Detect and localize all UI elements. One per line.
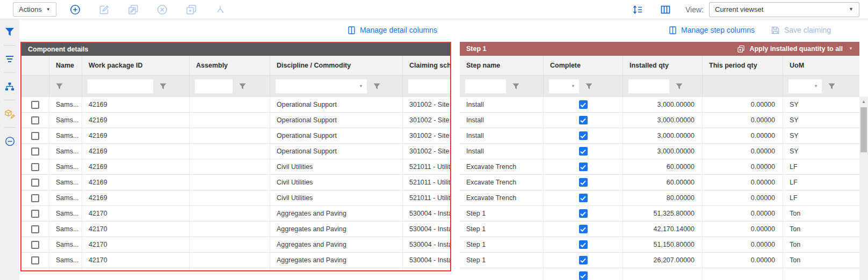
- component-table-row[interactable]: Sams...42169Civil Utilities521011 - Util…: [21, 159, 450, 175]
- row-select-checkbox[interactable]: [31, 163, 39, 171]
- column-header-installed-qty[interactable]: Installed qty: [623, 56, 703, 75]
- component-table-row[interactable]: Sams...42170Aggregates and Paving530004 …: [21, 222, 450, 237]
- scroll-up-icon[interactable]: ▲: [859, 98, 868, 105]
- row-select-checkbox[interactable]: [31, 241, 39, 249]
- actions-button[interactable]: Actions ▼: [13, 2, 56, 17]
- column-header-name[interactable]: Name: [49, 56, 82, 75]
- step-name-filter-button[interactable]: [511, 82, 520, 91]
- row-select-checkbox[interactable]: [31, 256, 39, 264]
- apply-installed-quantity-button[interactable]: Apply installed quantity to all ▼: [737, 45, 853, 53]
- edit-icon[interactable]: [98, 4, 110, 16]
- step-table-row[interactable]: Install3,000.000000.00000SY: [460, 97, 859, 113]
- component-table-row[interactable]: Sams...42169Civil Utilities521011 - Util…: [21, 175, 450, 190]
- row-select-checkbox[interactable]: [31, 116, 39, 124]
- component-table-row[interactable]: Sams...42170Aggregates and Paving530004 …: [21, 253, 450, 268]
- discipline-filter-button[interactable]: [372, 82, 381, 91]
- discipline-filter-select[interactable]: ▼: [276, 79, 367, 93]
- complete-checkbox[interactable]: [579, 131, 588, 140]
- row-select-checkbox[interactable]: [31, 148, 39, 156]
- filter-icon[interactable]: [4, 26, 16, 38]
- remove-circle-icon[interactable]: [4, 135, 16, 147]
- uom-cell: LF: [783, 175, 859, 190]
- uom-filter-select[interactable]: ▼: [789, 79, 822, 93]
- step-table-row[interactable]: Step 151,325.800000.00000Ton: [460, 206, 859, 222]
- work-package-id-cell: 42169: [82, 144, 190, 159]
- complete-cell: [544, 206, 623, 221]
- grid-columns-icon[interactable]: [660, 4, 671, 16]
- work-package-id-filter-input[interactable]: [88, 79, 153, 93]
- column-header-assembly[interactable]: Assembly: [190, 56, 270, 75]
- component-table-row[interactable]: Sams...42169Operational Support301002 - …: [21, 113, 450, 128]
- complete-checkbox[interactable]: [579, 163, 588, 171]
- row-height-icon[interactable]: [632, 4, 643, 16]
- hierarchy-icon[interactable]: [4, 80, 16, 92]
- row-select-checkbox[interactable]: [31, 179, 39, 187]
- column-header-discipline[interactable]: Discipline / Commodity: [270, 56, 403, 75]
- uom-filter-button[interactable]: [827, 82, 836, 91]
- name-filter-button[interactable]: [55, 82, 63, 91]
- this-period-qty-cell: 0.00000: [703, 97, 783, 112]
- complete-checkbox[interactable]: [579, 194, 588, 202]
- column-header-work-package-id[interactable]: Work package ID: [82, 56, 190, 75]
- row-select-checkbox[interactable]: [31, 132, 39, 140]
- component-table-row[interactable]: Sams...42170Aggregates and Paving530004 …: [21, 237, 450, 253]
- complete-checkbox[interactable]: [579, 271, 588, 280]
- branch-icon[interactable]: [214, 4, 226, 16]
- this-period-qty-cell: 0.00000: [703, 113, 783, 128]
- component-table-row[interactable]: Sams...42169Operational Support301002 - …: [21, 144, 450, 159]
- column-header-claiming-scheme[interactable]: Claiming scheme: [403, 56, 450, 75]
- complete-checkbox[interactable]: [579, 178, 588, 187]
- component-table-row[interactable]: Sams...42169Operational Support301002 - …: [21, 128, 450, 144]
- column-header-complete[interactable]: Complete: [544, 56, 623, 75]
- complete-filter-button[interactable]: [584, 82, 593, 91]
- save-claiming-button[interactable]: Save claiming: [771, 19, 831, 41]
- assembly-filter-button[interactable]: [238, 82, 247, 91]
- assembly-filter-input[interactable]: [195, 79, 233, 93]
- complete-checkbox[interactable]: [579, 256, 588, 264]
- complete-checkbox[interactable]: [579, 225, 588, 233]
- step-table-row[interactable]: Excavate Trench60.000000.00000LF: [460, 175, 859, 190]
- complete-checkbox[interactable]: [579, 100, 588, 109]
- component-table-row[interactable]: Sams...42169Civil Utilities521011 - Util…: [21, 190, 450, 206]
- viewset-select[interactable]: Current viewset ▼: [709, 2, 859, 17]
- column-header-this-period-qty[interactable]: This period qty: [703, 56, 783, 75]
- claiming-scheme-filter-input[interactable]: [408, 79, 450, 93]
- step-table-row[interactable]: Step 151,150.800000.00000Ton: [460, 237, 859, 253]
- row-select-checkbox[interactable]: [31, 225, 39, 233]
- step-name-filter-input[interactable]: [465, 79, 506, 93]
- viewset-value: Current viewset: [715, 5, 763, 13]
- component-table-row[interactable]: Sams...42169Operational Support301002 - …: [21, 97, 450, 113]
- complete-checkbox[interactable]: [579, 147, 588, 156]
- manage-step-columns-link[interactable]: Manage step columns: [669, 19, 755, 41]
- manage-detail-columns-link[interactable]: Manage detail columns: [348, 19, 437, 41]
- installed-qty-filter-input[interactable]: [628, 79, 669, 93]
- step-table-row[interactable]: Excavate Trench60.000000.00000LF: [460, 159, 859, 175]
- component-table-row[interactable]: Sams...42170Aggregates and Paving530004 …: [21, 206, 450, 222]
- column-header-step-name[interactable]: Step name: [460, 56, 544, 75]
- column-header-uom[interactable]: UoM: [783, 56, 859, 75]
- package-edit-icon[interactable]: [4, 108, 16, 120]
- filter-list-icon[interactable]: [4, 53, 16, 65]
- complete-checkbox[interactable]: [579, 240, 588, 249]
- row-select-checkbox[interactable]: [31, 194, 39, 202]
- scrollbar-thumb[interactable]: [860, 107, 867, 152]
- step-table-row[interactable]: Step 142,170.140000.00000Ton: [460, 222, 859, 237]
- row-select-checkbox[interactable]: [31, 210, 39, 218]
- component-table-row[interactable]: [21, 268, 450, 271]
- row-select-checkbox[interactable]: [31, 101, 39, 109]
- complete-checkbox[interactable]: [579, 116, 588, 124]
- step-table-row[interactable]: Install3,000.000000.00000SY: [460, 144, 859, 159]
- step-table-row[interactable]: Install3,000.000000.00000SY: [460, 128, 859, 144]
- complete-checkbox[interactable]: [579, 209, 588, 218]
- step-table-row[interactable]: Excavate Trench80.000000.00000LF: [460, 190, 859, 206]
- add-icon[interactable]: [69, 4, 81, 16]
- step-table-row[interactable]: Step 126,207.000000.00000Ton: [460, 253, 859, 268]
- cancel-icon[interactable]: [156, 4, 168, 16]
- step-table-row[interactable]: [460, 268, 859, 280]
- complete-filter-select[interactable]: ▼: [549, 79, 579, 93]
- step-table-row[interactable]: Install3,000.000000.00000SY: [460, 113, 859, 128]
- installed-qty-filter-button[interactable]: [675, 82, 683, 91]
- work-package-id-filter-button[interactable]: [158, 82, 167, 91]
- duplicate-icon[interactable]: [185, 4, 197, 16]
- edit-multiple-icon[interactable]: [127, 4, 139, 16]
